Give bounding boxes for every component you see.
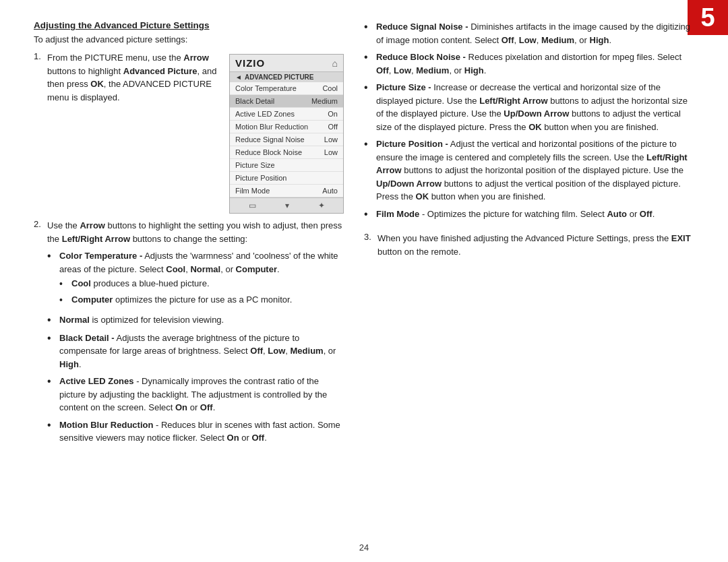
tv-item-label-8: Film Mode bbox=[235, 187, 270, 195]
bullet-black-detail: • Black Detail - Adjusts the average bri… bbox=[47, 332, 344, 371]
steps-list: 1. From the PICTURE menu, use the Arrow … bbox=[34, 51, 344, 454]
bullet-dot-3: • bbox=[47, 375, 59, 414]
bullet-dot-1: • bbox=[47, 313, 59, 327]
tv-item-value-1: Medium bbox=[311, 97, 338, 105]
bullet-color-temp: • Color Temperature - Adjusts the 'warmn… bbox=[47, 249, 344, 309]
tv-item-value-2: On bbox=[328, 110, 338, 118]
step-3: 3. When you have finished adjusting the … bbox=[364, 232, 694, 258]
tv-item-label-6: Picture Size bbox=[235, 161, 275, 169]
main-content: Adjusting the Advanced Picture Settings … bbox=[34, 20, 694, 535]
step-2-number: 2. bbox=[34, 219, 47, 449]
tv-item-value-5: Low bbox=[324, 148, 338, 156]
tv-menu-item-block-noise: Reduce Block Noise Low bbox=[230, 146, 343, 159]
bullet-motion-blur: • Motion Blur Reduction - Reduces blur i… bbox=[47, 418, 344, 445]
tv-menu-header: VIZIO ⌂ bbox=[230, 55, 343, 72]
bullet-text-picture-size: Picture Size - Increase or decrease the … bbox=[376, 81, 694, 133]
sub-dot-1: • bbox=[59, 293, 71, 307]
tv-item-label-3: Motion Blur Reduction bbox=[235, 123, 308, 131]
tv-menu-item-color-temp: Color Temperature Cool bbox=[230, 82, 343, 95]
step-2: 2. Use the Arrow buttons to highlight th… bbox=[34, 219, 344, 449]
sub-bullet-list: • Cool produces a blue-hued picture. • C… bbox=[59, 277, 344, 307]
vizio-logo: VIZIO bbox=[235, 57, 265, 69]
bullet-dot-0: • bbox=[47, 249, 59, 309]
sub-bullet-computer: • Computer optimizes the picture for use… bbox=[59, 293, 344, 307]
sub-text-cool: Cool produces a blue-hued picture. bbox=[71, 277, 344, 291]
bullet-dot-r1: • bbox=[364, 51, 376, 77]
tv-menu-item-film-mode: Film Mode Auto bbox=[230, 185, 343, 197]
bullet-signal-noise: • Reduce Signal Noise - Diminishes artif… bbox=[364, 20, 694, 46]
tv-menu-item-picture-size: Picture Size bbox=[230, 159, 343, 172]
bullet-text-active-led: Active LED Zones - Dynamically improves … bbox=[59, 375, 344, 414]
bullet-dot-r0: • bbox=[364, 20, 376, 46]
step-1-content: From the PICTURE menu, use the Arrow but… bbox=[47, 51, 344, 214]
tv-menu-item-motion-blur: Motion Blur Reduction Off bbox=[230, 121, 343, 133]
tv-menu-mockup: VIZIO ⌂ ◄ ADVANCED PICTURE Color Tempera… bbox=[229, 54, 344, 214]
tv-item-label-1: Black Detail bbox=[235, 97, 274, 105]
bullet-text-black-detail: Black Detail - Adjusts the average brigh… bbox=[59, 332, 344, 371]
bullet-dot-r3: • bbox=[364, 137, 376, 204]
tv-footer-icon-3: ✦ bbox=[318, 201, 325, 210]
tv-footer-icon-2: ▾ bbox=[285, 201, 289, 210]
step-1-text: From the PICTURE menu, use the Arrow but… bbox=[47, 51, 222, 214]
tv-item-value-4: Low bbox=[324, 135, 338, 144]
sub-text-computer: Computer optimizes the picture for use a… bbox=[71, 293, 344, 307]
step-2-bullets: • Color Temperature - Adjusts the 'warmn… bbox=[47, 249, 344, 445]
bullet-text-normal: Normal is optimized for television viewi… bbox=[59, 313, 344, 327]
tv-menu-item-black-detail: Black Detail Medium bbox=[230, 95, 343, 108]
bullet-text-film-mode: Film Mode - Optimizes the picture for wa… bbox=[376, 208, 694, 222]
right-bullet-list: • Reduce Signal Noise - Diminishes artif… bbox=[364, 20, 694, 225]
bullet-dot-r4: • bbox=[364, 208, 376, 222]
bullet-film-mode: • Film Mode - Optimizes the picture for … bbox=[364, 208, 694, 222]
right-column: • Reduce Signal Noise - Diminishes artif… bbox=[364, 20, 694, 535]
tv-menu-item-signal-noise: Reduce Signal Noise Low bbox=[230, 133, 343, 146]
bullet-text-motion-blur: Motion Blur Reduction - Reduces blur in … bbox=[59, 418, 344, 445]
bullet-active-led: • Active LED Zones - Dynamically improve… bbox=[47, 375, 344, 414]
home-icon: ⌂ bbox=[332, 58, 338, 69]
tv-item-label-5: Reduce Block Noise bbox=[235, 148, 302, 156]
tv-menu-footer: ▭ ▾ ✦ bbox=[230, 197, 343, 213]
bullet-normal: • Normal is optimized for television vie… bbox=[47, 313, 344, 327]
sub-dot-0: • bbox=[59, 277, 71, 291]
tv-item-label-2: Active LED Zones bbox=[235, 110, 295, 118]
step-1-number: 1. bbox=[34, 51, 47, 214]
bullet-block-noise: • Reduce Block Noise - Reduces pixelatio… bbox=[364, 51, 694, 77]
left-column: Adjusting the Advanced Picture Settings … bbox=[34, 20, 344, 535]
tv-item-value-3: Off bbox=[328, 123, 338, 131]
bullet-dot-2: • bbox=[47, 332, 59, 371]
bullet-dot-4: • bbox=[47, 418, 59, 445]
tv-menu-item-picture-pos: Picture Position bbox=[230, 172, 343, 185]
tv-item-label-4: Reduce Signal Noise bbox=[235, 135, 305, 144]
bullet-text-signal-noise: Reduce Signal Noise - Diminishes artifac… bbox=[376, 20, 694, 46]
page-footer-number: 24 bbox=[359, 542, 369, 553]
tv-item-label-0: Color Temperature bbox=[235, 84, 297, 92]
step-1: 1. From the PICTURE menu, use the Arrow … bbox=[34, 51, 344, 214]
tv-menu-title: ADVANCED PICTURE bbox=[245, 73, 314, 81]
bullet-picture-size: • Picture Size - Increase or decrease th… bbox=[364, 81, 694, 133]
bullet-text-color-temp: Color Temperature - Adjusts the 'warmnes… bbox=[59, 249, 344, 309]
section-heading: Adjusting the Advanced Picture Settings bbox=[34, 20, 344, 30]
sub-bullet-cool: • Cool produces a blue-hued picture. bbox=[59, 277, 344, 291]
bullet-dot-r2: • bbox=[364, 81, 376, 133]
bullet-picture-position: • Picture Position - Adjust the vertical… bbox=[364, 137, 694, 204]
tv-menu-subtitle: ◄ ADVANCED PICTURE bbox=[230, 72, 343, 82]
step-2-content: Use the Arrow buttons to highlight the s… bbox=[47, 219, 344, 449]
tv-item-value-8: Auto bbox=[322, 187, 338, 195]
back-arrow-icon: ◄ bbox=[235, 73, 242, 81]
tv-footer-icon-1: ▭ bbox=[249, 201, 256, 210]
step-3-content: When you have finished adjusting the Adv… bbox=[377, 232, 694, 258]
intro-text: To adjust the advanced picture settings: bbox=[34, 34, 344, 44]
tv-item-label-7: Picture Position bbox=[235, 174, 286, 182]
tv-item-value-0: Cool bbox=[322, 84, 338, 92]
bullet-text-picture-position: Picture Position - Adjust the vertical a… bbox=[376, 137, 694, 204]
tv-menu-item-active-led: Active LED Zones On bbox=[230, 108, 343, 121]
step-3-number: 3. bbox=[364, 232, 377, 258]
page-number-large: 5 bbox=[700, 3, 715, 32]
bullet-text-block-noise: Reduce Block Noise - Reduces pixelation … bbox=[376, 51, 694, 77]
